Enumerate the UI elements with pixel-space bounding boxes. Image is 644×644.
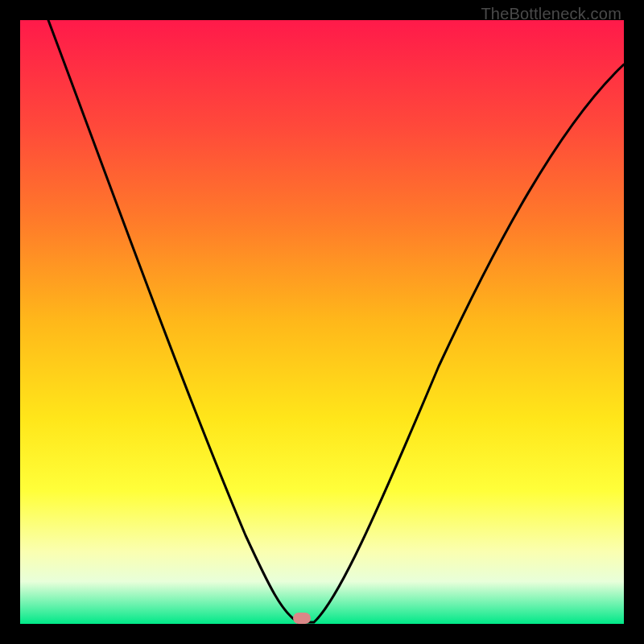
bottleneck-curve [20,20,624,624]
optimum-marker [293,613,311,624]
chart-frame: TheBottleneck.com [0,0,644,644]
plot-area [20,20,624,624]
curve-path [48,20,624,622]
